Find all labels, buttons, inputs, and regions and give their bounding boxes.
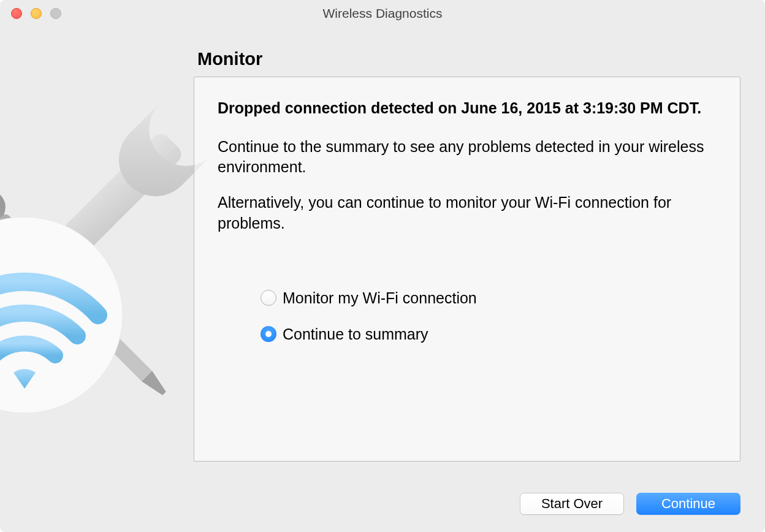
close-window-button[interactable] xyxy=(11,8,22,19)
radio-group: Monitor my Wi-Fi connection Continue to … xyxy=(261,289,717,343)
radio-monitor-wifi[interactable]: Monitor my Wi-Fi connection xyxy=(261,289,717,307)
radio-label: Monitor my Wi-Fi connection xyxy=(283,289,477,307)
radio-indicator xyxy=(261,290,276,306)
window-body: Monitor Dropped connection detected on J… xyxy=(0,27,765,532)
radio-continue-summary[interactable]: Continue to summary xyxy=(261,325,717,343)
button-row: Start Over Continue xyxy=(520,493,740,515)
start-over-button[interactable]: Start Over xyxy=(520,493,624,515)
radio-label: Continue to summary xyxy=(283,325,428,343)
window-controls xyxy=(0,8,61,19)
titlebar: Wireless Diagnostics xyxy=(0,0,765,27)
minimize-window-button[interactable] xyxy=(31,8,42,19)
content-panel: Dropped connection detected on June 16, … xyxy=(194,77,740,462)
wireless-diagnostics-window: Wireless Diagnostics xyxy=(0,0,765,532)
section-heading: Monitor xyxy=(197,49,740,69)
zoom-window-button xyxy=(50,8,61,19)
alert-message: Dropped connection detected on June 16, … xyxy=(218,98,717,118)
radio-indicator xyxy=(261,326,276,342)
continue-button[interactable]: Continue xyxy=(636,493,740,515)
paragraph-summary: Continue to the summary to see any probl… xyxy=(218,137,717,178)
window-title: Wireless Diagnostics xyxy=(0,6,765,21)
paragraph-monitor: Alternatively, you can continue to monit… xyxy=(218,192,717,234)
